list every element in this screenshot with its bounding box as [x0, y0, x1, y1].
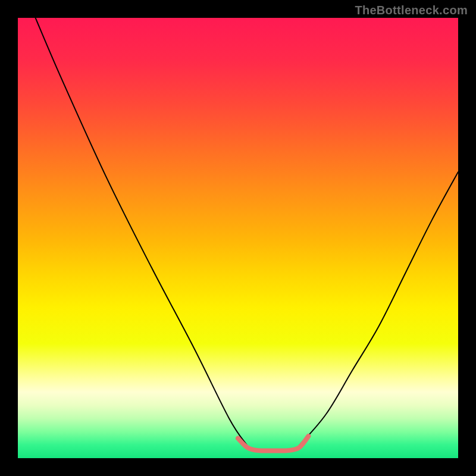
chart-plot-area [18, 18, 458, 458]
chart-svg [18, 18, 458, 458]
watermark-text: TheBottleneck.com [355, 4, 468, 17]
chart-frame: TheBottleneck.com [0, 0, 476, 476]
chart-background [18, 18, 458, 458]
